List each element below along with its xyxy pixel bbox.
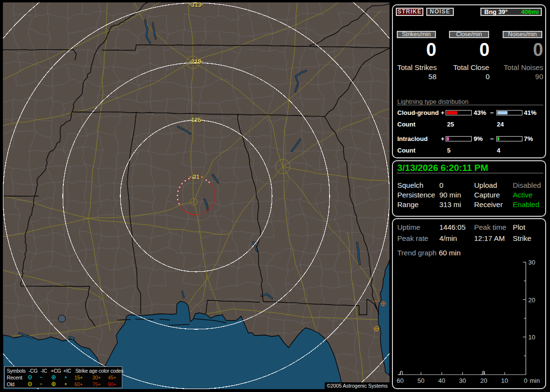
svg-text:31: 31 xyxy=(193,174,200,181)
svg-text:313: 313 xyxy=(191,1,202,8)
svg-text:219: 219 xyxy=(191,58,202,65)
svg-text:125: 125 xyxy=(191,117,202,124)
